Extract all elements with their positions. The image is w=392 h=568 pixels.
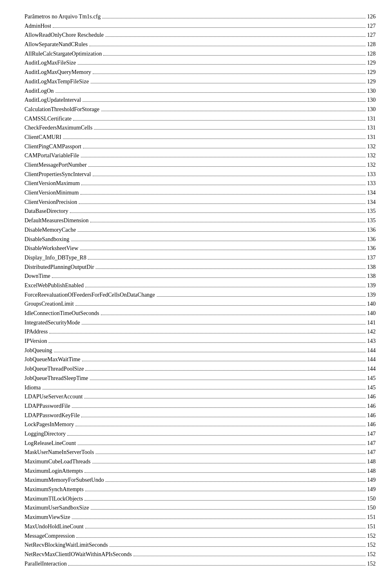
toc-label: Display_Info_DBType_R8: [24, 253, 86, 262]
toc-row: LDAPUseServerAccount146: [24, 392, 376, 401]
toc-dots: [76, 537, 365, 538]
toc-page: 138: [367, 263, 376, 272]
toc-row: MaximumSynchAttempts149: [24, 485, 376, 494]
toc-dots: [49, 342, 365, 343]
toc-label: ClientPropertiesSyncInterval: [24, 170, 91, 179]
toc-dots: [101, 111, 365, 111]
toc-dots: [96, 454, 365, 454]
toc-row: AuditLogMaxQueryMemory129: [24, 68, 376, 77]
toc-page: 135: [367, 207, 376, 216]
toc-dots: [63, 139, 365, 139]
toc-label: MaximumUserSandboxSize: [24, 503, 89, 512]
toc-page: 152: [367, 550, 376, 559]
toc-label: IPVersion: [24, 337, 47, 346]
toc-dots: [103, 55, 365, 56]
toc-label: AuditLogMaxQueryMemory: [24, 68, 91, 77]
toc-dots: [78, 231, 365, 232]
toc-dots: [88, 259, 365, 259]
toc-row: ForceReevaluationOfFeedersForFedCellsOnD…: [24, 291, 376, 300]
toc-row: ParallelInteraction152: [24, 559, 376, 568]
toc-dots: [83, 148, 365, 148]
toc-page: 149: [367, 485, 376, 494]
toc-dots: [49, 333, 365, 333]
toc-row: ClientCAMURI131: [24, 133, 376, 142]
toc-row: Display_Info_DBType_R8137: [24, 253, 376, 262]
toc-label: LockPagesInMemory: [24, 420, 74, 429]
toc-page: 136: [367, 226, 376, 235]
toc-label: CAMPortalVariableFile: [24, 151, 79, 160]
toc-row: CheckFeedersMaximumCells131: [24, 123, 376, 132]
toc-label: NetRecvMaxClientIOWaitWithinAPIsSeconds: [24, 550, 132, 559]
toc-page: 129: [367, 68, 376, 77]
toc-dots: [80, 194, 365, 195]
toc-label: ClientCAMURI: [24, 133, 61, 142]
toc-row: LogReleaseLineCount147: [24, 439, 376, 448]
toc-page: 139: [367, 281, 376, 290]
toc-row: JobQueueThreadPoolSize144: [24, 365, 376, 373]
toc-label: CAMSSLCertificate: [24, 114, 71, 123]
toc-row: DisableMemoryCache136: [24, 226, 376, 235]
toc-page: 148: [367, 467, 376, 476]
toc-label: NetRecvBlockingWaitLimitSeconds: [24, 541, 108, 550]
toc-dots: [105, 36, 365, 37]
toc-dots: [85, 287, 365, 287]
toc-label: MaskUserNameInServerTools: [24, 448, 94, 457]
toc-page: 147: [367, 429, 376, 438]
toc-row: MaximumViewSize151: [24, 513, 376, 522]
toc-label: ClientVersionMinimum: [24, 188, 79, 197]
toc-dots: [72, 407, 365, 408]
toc-dots: [82, 361, 365, 361]
toc-page: 128: [367, 40, 376, 49]
toc-label: ParallelInteraction: [24, 559, 67, 568]
toc-page: 141: [367, 318, 376, 327]
toc-label: MaximumViewSize: [24, 513, 70, 522]
toc-row: DisableWorksheetView136: [24, 244, 376, 253]
toc-row: NetRecvBlockingWaitLimitSeconds152: [24, 541, 376, 550]
toc-row: ClientMessagePortNumber132: [24, 161, 376, 170]
toc-dots: [90, 380, 365, 380]
toc-row: AuditLogOn130: [24, 87, 376, 96]
toc-page: 134: [367, 198, 376, 207]
toc-label: MaximumSynchAttempts: [24, 485, 84, 494]
toc-dots: [94, 129, 365, 130]
toc-row: JobQueueThreadSleepTime145: [24, 374, 376, 383]
toc-page: 149: [367, 476, 376, 485]
toc-dots: [85, 472, 365, 473]
toc-dots: [92, 463, 365, 463]
toc-page: 150: [367, 503, 376, 512]
toc-row: IPVersion143: [24, 337, 376, 346]
toc-row: LDAPPasswordKeyFile146: [24, 411, 376, 420]
toc-page: 146: [367, 420, 376, 429]
toc-page: 147: [367, 448, 376, 457]
toc-label: ClientVersionMaximum: [24, 179, 80, 188]
toc-row: LockPagesInMemory146: [24, 420, 376, 429]
toc-dots: [134, 556, 365, 556]
toc-label: IPAddress: [24, 327, 48, 336]
toc-label: DisableMemoryCache: [24, 226, 76, 235]
toc-page: 147: [367, 439, 376, 448]
toc-label: JobQueueThreadPoolSize: [24, 365, 84, 373]
toc-row: MaximumTILockObjects150: [24, 494, 376, 503]
toc-dots: [84, 398, 365, 398]
toc-dots: [90, 222, 365, 222]
toc-page: 152: [367, 532, 376, 541]
toc-page: 127: [367, 22, 376, 31]
toc-page: 131: [367, 133, 376, 142]
toc-row: CAMSSLCertificate131: [24, 114, 376, 123]
toc-row: MessageCompression152: [24, 532, 376, 541]
toc-label: GroupsCreationLimit: [24, 300, 74, 309]
toc-page: 126: [367, 12, 376, 21]
toc-dots: [88, 166, 365, 167]
toc-label: AllowSeparateNandCRules: [24, 40, 88, 49]
toc-label: AllowReadOnlyChore Reschedule: [24, 31, 104, 40]
toc-label: DisableWorksheetView: [24, 244, 78, 253]
toc-label: JobQueuing: [24, 346, 52, 355]
toc-label: AuditLogMaxTempFileSize: [24, 77, 89, 86]
toc-row: CAMPortalVariableFile132: [24, 151, 376, 160]
toc-page: 145: [367, 383, 376, 392]
toc-dots: [80, 250, 365, 250]
toc-dots: [157, 296, 365, 297]
toc-label: LDAPPasswordFile: [24, 402, 70, 411]
toc-label: DisableSandboxing: [24, 235, 69, 244]
toc-label: CalculationThresholdForStorage: [24, 105, 100, 114]
